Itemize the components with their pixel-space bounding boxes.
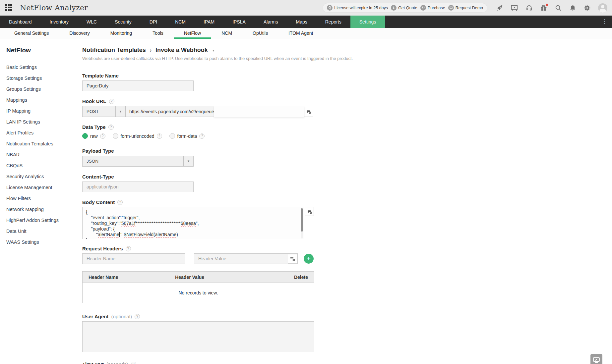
sidebar-item-alert-profiles[interactable]: Alert Profiles (6, 128, 71, 138)
template-name-input[interactable] (82, 80, 194, 91)
radio-form-data[interactable]: form-data ? (169, 133, 205, 139)
sidebar-item-ip-mapping[interactable]: IP Mapping (6, 106, 71, 117)
radio-unselected-icon (113, 133, 118, 139)
sidebar-item-cbqos[interactable]: CBQoS (6, 160, 71, 171)
hook-url-value: https://events.pagerduty.com/v2/enqueue (129, 109, 214, 114)
sidebar-item-storage-settings[interactable]: Storage Settings (6, 73, 71, 84)
payload-type-select[interactable]: JSON ▾ (82, 156, 194, 167)
header-value-input[interactable] (194, 253, 298, 264)
body-content-scrollbar[interactable] (301, 208, 303, 238)
settings-gear-icon[interactable] (583, 4, 591, 12)
sidebar-item-highperf-addon-settings[interactable]: HighPerf Addon Settings (6, 215, 71, 226)
payload-type-label: Payload Type (82, 148, 612, 154)
get-quote-link[interactable]: $ Get Quote (391, 5, 417, 11)
header-name-input[interactable] (82, 253, 185, 264)
radio-raw[interactable]: raw ? (82, 133, 105, 139)
subnav-general-settings[interactable]: General Settings (4, 28, 59, 39)
sidebar-heading: NetFlow (6, 47, 71, 54)
hook-url-row: POST ▾ https://events.pagerduty.com/v2/e… (82, 106, 612, 117)
insert-variable-icon (290, 256, 295, 262)
sidebar-item-nbar[interactable]: NBAR (6, 149, 71, 160)
request-headers-inputs: + (82, 253, 612, 264)
nav-tab-dashboard[interactable]: Dashboard (0, 16, 41, 28)
sidebar-item-mappings[interactable]: Mappings (6, 95, 71, 106)
url-insert-variable-button[interactable] (304, 106, 313, 117)
request-demo-link[interactable]: Request Demo (448, 5, 483, 11)
subnav-itom-agent[interactable]: ITOM Agent (278, 28, 323, 39)
body-insert-variable-button[interactable] (305, 207, 314, 216)
user-agent-textarea[interactable] (82, 321, 314, 352)
nav-tab-wlc[interactable]: WLC (78, 16, 106, 28)
nav-tab-settings[interactable]: Settings (350, 16, 385, 28)
netflow-analyzer-app: NetFlow Analyzer License will expire in … (0, 0, 612, 364)
add-header-button[interactable]: + (304, 254, 314, 264)
hook-url-input[interactable]: https://events.pagerduty.com/v2/enqueue (126, 106, 304, 117)
headers-table-header: Header Name Header Value Delete (83, 272, 314, 283)
search-icon[interactable] (555, 4, 562, 12)
radio-form-urlencoded[interactable]: form-urlencoded ? (113, 133, 162, 139)
purchase-link[interactable]: Purchase (420, 5, 445, 11)
sidebar-item-license-management[interactable]: License Management (6, 182, 71, 193)
license-badge-icon (327, 5, 333, 11)
breadcrumb-chevron-icon: › (150, 47, 152, 53)
app-launcher-icon[interactable] (5, 4, 13, 12)
nav-tab-dpi[interactable]: DPI (141, 16, 166, 28)
whats-new-rocket-icon[interactable] (496, 4, 503, 12)
breadcrumb-notification-templates[interactable]: Notification Templates (82, 47, 146, 54)
subnav-oputils[interactable]: OpUtils (242, 28, 278, 39)
top-bar: NetFlow Analyzer License will expire in … (0, 0, 612, 16)
notifications-bell-icon[interactable] (569, 4, 576, 12)
nav-tab-reports[interactable]: Reports (316, 16, 350, 28)
header-value-insert-variable-button[interactable] (288, 254, 297, 264)
presentation-icon[interactable] (511, 4, 518, 12)
data-type-help-icon[interactable]: ? (108, 125, 114, 130)
sidebar-item-basic-settings[interactable]: Basic Settings (6, 62, 71, 73)
radio-unselected-icon (169, 133, 175, 139)
sidebar-item-flow-filters[interactable]: Flow Filters (6, 193, 71, 204)
template-name-label: Template Name (82, 73, 612, 78)
sidebar-item-waas-settings[interactable]: WAAS Settings (6, 237, 71, 248)
col-header-value: Header Value (175, 275, 272, 280)
support-headset-icon[interactable] (525, 4, 533, 12)
raw-help-icon[interactable]: ? (100, 133, 105, 139)
content-type-input[interactable] (82, 182, 194, 192)
breadcrumb: Notification Templates › Invoke a Webhoo… (82, 47, 612, 54)
chevron-down-icon: ▾ (115, 106, 125, 117)
nav-tab-security[interactable]: Security (106, 16, 141, 28)
nav-tab-alarms[interactable]: Alarms (255, 16, 287, 28)
nav-tab-ipsla[interactable]: IPSLA (223, 16, 255, 28)
body-content-editor[interactable]: { "event_action":"trigger", "routing_key… (82, 207, 304, 239)
nav-tab-ncm[interactable]: NCM (166, 16, 195, 28)
sidebar-item-notification-templates[interactable]: Notification Templates (6, 138, 71, 149)
sidebar-item-lan-ip-settings[interactable]: LAN IP Settings (6, 117, 71, 128)
nav-tab-ipam[interactable]: IPAM (195, 16, 223, 28)
sidebar-item-network-mapping[interactable]: Network Mapping (6, 204, 71, 215)
subnav-tools[interactable]: Tools (142, 28, 174, 39)
form-urlencoded-help-icon[interactable]: ? (157, 133, 162, 139)
page-description: Webhooks are user-defined callbacks via … (82, 56, 612, 61)
body-content-wrap: { "event_action":"trigger", "routing_key… (82, 207, 314, 239)
template-type-dropdown-caret-icon[interactable]: ▾ (213, 48, 214, 53)
subnav-discovery[interactable]: Discovery (59, 28, 100, 39)
subnav-ncm[interactable]: NCM (211, 28, 242, 39)
sidebar-item-security-analytics[interactable]: Security Analytics (6, 171, 71, 182)
time-out-help-icon[interactable]: ? (131, 362, 136, 364)
hook-url-help-icon[interactable]: ? (109, 99, 114, 104)
nav-overflow-menu[interactable]: ⋮ (597, 16, 612, 28)
user-avatar[interactable] (598, 3, 607, 13)
body-content-help-icon[interactable]: ? (117, 200, 123, 205)
http-method-select[interactable]: POST ▾ (82, 106, 126, 117)
nav-tab-inventory[interactable]: Inventory (41, 16, 78, 28)
feedback-button[interactable] (590, 354, 602, 364)
user-agent-help-icon[interactable]: ? (135, 314, 140, 319)
settings-subnav: General Settings Discovery Monitoring To… (0, 28, 612, 39)
sidebar-item-groups-settings[interactable]: Groups Settings (6, 84, 71, 95)
nav-tab-maps[interactable]: Maps (287, 16, 316, 28)
hook-url-label: Hook URL ? (82, 98, 612, 104)
subnav-netflow[interactable]: NetFlow (174, 28, 211, 39)
request-headers-help-icon[interactable]: ? (126, 246, 131, 251)
sidebar-item-data-unit[interactable]: Data Unit (6, 226, 71, 237)
form-data-help-icon[interactable]: ? (199, 133, 205, 139)
subnav-monitoring[interactable]: Monitoring (100, 28, 142, 39)
offers-gift-wrapper[interactable] (540, 4, 547, 12)
